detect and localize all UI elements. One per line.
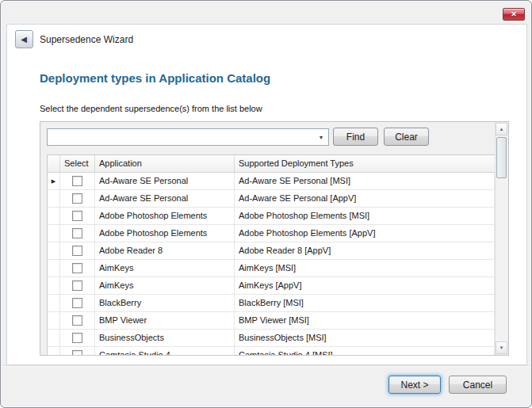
row-select-cell bbox=[60, 260, 95, 276]
row-indicator-cell: ▶ bbox=[48, 225, 60, 242]
row-deployment: Adobe Photoshop Elements [MSI] bbox=[235, 208, 495, 224]
row-indicator-cell: ▶ bbox=[48, 330, 60, 346]
chevron-down-icon: ▼ bbox=[319, 135, 324, 140]
table-row[interactable]: ▶ Ad-Aware SE Personal Ad-Aware SE Perso… bbox=[48, 190, 495, 208]
row-indicator-cell: ▶ bbox=[48, 173, 60, 189]
row-deployment: Ad-Aware SE Personal [MSI] bbox=[235, 173, 495, 189]
find-button[interactable]: Find bbox=[333, 128, 378, 146]
row-checkbox[interactable] bbox=[72, 263, 82, 273]
row-checkbox[interactable] bbox=[72, 298, 82, 308]
vertical-scrollbar[interactable]: ▲ ▼ bbox=[495, 123, 507, 354]
row-select-cell bbox=[60, 312, 95, 329]
filter-combobox[interactable]: ▼ bbox=[47, 128, 329, 146]
table-header: Select Application Supported Deployment … bbox=[48, 155, 495, 173]
row-select-cell bbox=[60, 190, 95, 207]
table-row[interactable]: ▶ BMP Viewer BMP Viewer [MSI] bbox=[48, 312, 495, 330]
next-button[interactable]: Next > bbox=[388, 376, 441, 394]
wizard-window: ✕ ◀ Supersedence Wizard Deployment types… bbox=[0, 0, 532, 408]
row-indicator-cell: ▶ bbox=[48, 208, 60, 224]
row-indicator-cell: ▶ bbox=[48, 312, 60, 329]
column-header-deployment-types[interactable]: Supported Deployment Types bbox=[235, 155, 495, 172]
row-application: BusinessObjects bbox=[95, 330, 235, 346]
row-application: Adobe Photoshop Elements bbox=[95, 225, 235, 242]
row-application: AimKeys bbox=[95, 277, 235, 294]
row-select-cell bbox=[60, 295, 95, 311]
current-row-indicator-icon: ▶ bbox=[52, 173, 55, 189]
back-arrow-icon: ◀ bbox=[21, 36, 27, 44]
scroll-down-button[interactable]: ▼ bbox=[496, 341, 507, 354]
row-checkbox[interactable] bbox=[72, 228, 82, 238]
table-row[interactable]: ▶ Ad-Aware SE Personal Ad-Aware SE Perso… bbox=[48, 173, 495, 190]
column-header-row-indicator bbox=[48, 155, 60, 172]
row-select-cell bbox=[60, 277, 95, 294]
row-deployment: Adobe Reader 8 [AppV] bbox=[235, 242, 495, 259]
scroll-down-icon: ▼ bbox=[499, 345, 504, 350]
row-indicator-cell: ▶ bbox=[48, 347, 60, 356]
scrollbar-thumb[interactable] bbox=[496, 137, 507, 178]
page-heading: Deployment types in Application Catalog bbox=[40, 71, 270, 85]
supersedence-table: Select Application Supported Deployment … bbox=[47, 154, 496, 356]
row-select-cell bbox=[60, 242, 95, 259]
row-deployment: Ad-Aware SE Personal [AppV] bbox=[235, 190, 495, 207]
row-select-cell bbox=[60, 347, 95, 356]
table-row[interactable]: ▶ Camtasia Studio 4 Camtasia Studio 4 [M… bbox=[48, 347, 495, 356]
filter-combobox-input[interactable] bbox=[48, 129, 328, 145]
table-row[interactable]: ▶ AimKeys AimKeys [MSI] bbox=[48, 260, 495, 277]
row-checkbox[interactable] bbox=[72, 333, 82, 343]
footer-separator bbox=[2, 365, 530, 366]
row-deployment: BusinessObjects [MSI] bbox=[235, 330, 495, 346]
row-select-cell bbox=[60, 173, 95, 189]
row-select-cell bbox=[60, 330, 95, 346]
close-button[interactable]: ✕ bbox=[503, 8, 525, 21]
row-deployment: Adobe Photoshop Elements [AppV] bbox=[235, 225, 495, 242]
row-checkbox[interactable] bbox=[72, 193, 82, 204]
table-row[interactable]: ▶ Adobe Photoshop Elements Adobe Photosh… bbox=[48, 225, 495, 242]
row-application: Adobe Reader 8 bbox=[95, 242, 235, 259]
row-deployment: AimKeys [MSI] bbox=[235, 260, 495, 276]
row-indicator-cell: ▶ bbox=[48, 295, 60, 311]
wizard-title: Supersedence Wizard bbox=[40, 34, 133, 45]
row-indicator-cell: ▶ bbox=[48, 260, 60, 276]
column-header-application[interactable]: Application bbox=[95, 155, 235, 172]
row-application: Ad-Aware SE Personal bbox=[95, 190, 235, 207]
row-deployment: AimKeys [AppV] bbox=[235, 277, 495, 294]
row-application: BMP Viewer bbox=[95, 312, 235, 329]
row-checkbox[interactable] bbox=[72, 176, 82, 186]
table-row[interactable]: ▶ Adobe Photoshop Elements Adobe Photosh… bbox=[48, 208, 495, 225]
instruction-label: Select the dependent supersedence(s) fro… bbox=[40, 104, 262, 113]
combo-dropdown-button[interactable]: ▼ bbox=[314, 129, 328, 145]
row-deployment: BlackBerry [MSI] bbox=[235, 295, 495, 311]
row-application: BlackBerry bbox=[95, 295, 235, 311]
clear-button[interactable]: Clear bbox=[384, 128, 429, 146]
scroll-up-button[interactable]: ▲ bbox=[496, 123, 507, 135]
row-application: Camtasia Studio 4 bbox=[95, 347, 235, 356]
row-checkbox[interactable] bbox=[72, 315, 82, 326]
row-checkbox[interactable] bbox=[72, 211, 82, 221]
row-select-cell bbox=[60, 208, 95, 224]
close-icon: ✕ bbox=[511, 10, 517, 18]
row-checkbox[interactable] bbox=[72, 350, 82, 356]
row-indicator-cell: ▶ bbox=[48, 277, 60, 294]
table-row[interactable]: ▶ BusinessObjects BusinessObjects [MSI] bbox=[48, 330, 495, 347]
row-deployment: Camtasia Studio 4 [MSI] bbox=[235, 347, 495, 356]
table-row[interactable]: ▶ BlackBerry BlackBerry [MSI] bbox=[48, 295, 495, 312]
client-area: ◀ Supersedence Wizard Deployment types i… bbox=[6, 24, 527, 365]
row-deployment: BMP Viewer [MSI] bbox=[235, 312, 495, 329]
list-panel: ▼ Find Clear Select Application Supporte… bbox=[40, 121, 509, 356]
scroll-up-icon: ▲ bbox=[499, 127, 504, 132]
back-button[interactable]: ◀ bbox=[15, 30, 33, 48]
row-checkbox[interactable] bbox=[72, 280, 82, 291]
table-row[interactable]: ▶ Adobe Reader 8 Adobe Reader 8 [AppV] bbox=[48, 242, 495, 260]
row-application: Adobe Photoshop Elements bbox=[95, 208, 235, 224]
column-header-select[interactable]: Select bbox=[60, 155, 95, 172]
row-application: Ad-Aware SE Personal bbox=[95, 173, 235, 189]
row-application: AimKeys bbox=[95, 260, 235, 276]
row-checkbox[interactable] bbox=[72, 246, 82, 256]
row-indicator-cell: ▶ bbox=[48, 242, 60, 259]
cancel-button[interactable]: Cancel bbox=[449, 376, 507, 394]
row-indicator-cell: ▶ bbox=[48, 190, 60, 207]
row-select-cell bbox=[60, 225, 95, 242]
table-row[interactable]: ▶ AimKeys AimKeys [AppV] bbox=[48, 277, 495, 295]
table-body: ▶ Ad-Aware SE Personal Ad-Aware SE Perso… bbox=[48, 173, 495, 356]
